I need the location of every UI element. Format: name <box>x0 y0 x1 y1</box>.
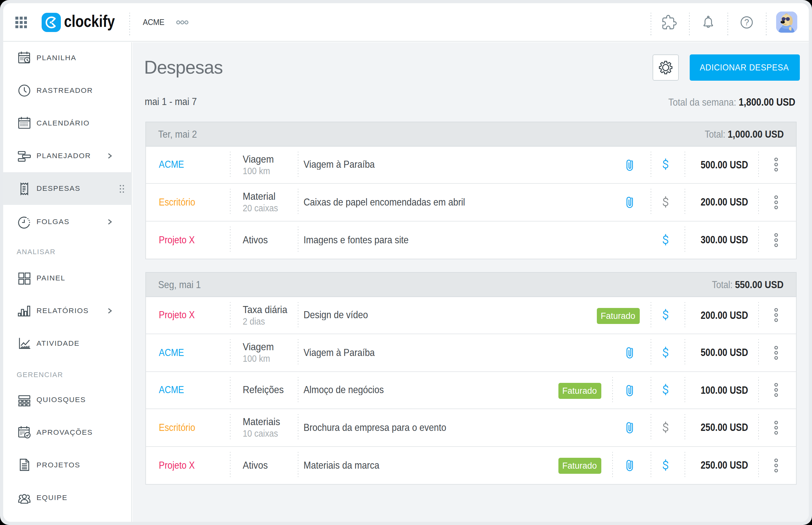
svg-text:?: ? <box>744 18 749 27</box>
